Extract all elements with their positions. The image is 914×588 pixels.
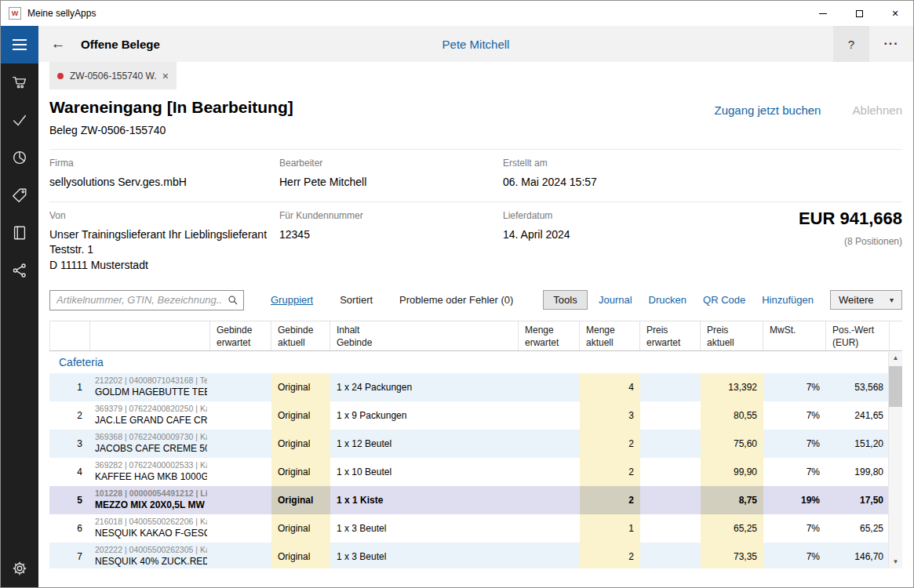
field-value: sellysolutions Serv.ges.mbH: [49, 175, 279, 191]
field-value: 12345: [279, 227, 503, 243]
sidebar-item-statistics[interactable]: [1, 139, 38, 176]
mwst-cell: 7%: [763, 458, 826, 486]
search-icon[interactable]: [227, 294, 239, 309]
sidebar-item-prices[interactable]: [1, 176, 38, 214]
table-row[interactable]: 7202222 | 04005500262305 | Kak...NESQUIK…: [49, 543, 890, 568]
table-body: Cafeteria1212202 | 04008071043168 | Tee …: [49, 351, 902, 568]
article-meta: 101228 | 00000054491212 | Lim...: [95, 488, 207, 499]
article-cell: 369379 | 07622400820250 | Kaff...JAC.LE …: [90, 401, 210, 430]
preis-aktuell-cell[interactable]: 13,392: [701, 373, 763, 401]
field-label: Bearbeiter: [279, 158, 503, 169]
help-button[interactable]: ?: [833, 26, 869, 62]
gebinde-aktuell-cell[interactable]: Original: [271, 373, 330, 401]
book-now-link[interactable]: Zugang jetzt buchen: [714, 103, 821, 117]
table-row[interactable]: 5101228 | 00000054491212 | Lim...MEZZO M…: [49, 486, 890, 514]
row-number: 1: [49, 373, 90, 401]
scroll-up-button[interactable]: ▲: [889, 352, 902, 365]
article-name: KAFFEE HAG MKB 1000G: [95, 470, 207, 483]
menge-aktuell-cell[interactable]: 2: [580, 430, 640, 458]
column-header: [49, 321, 90, 350]
reject-link[interactable]: Ablehnen: [853, 103, 902, 117]
pos-wert-cell: 53,568: [826, 373, 890, 401]
row-number: 3: [49, 430, 90, 458]
shopping-cart-icon: [11, 74, 28, 91]
document-tab[interactable]: ZW-0506-155740 W... ×: [49, 62, 177, 89]
hinzufuegen-link[interactable]: Hinzufügen: [762, 294, 814, 306]
column-header: Pos.-Wert (EUR): [826, 321, 890, 350]
gebinde-aktuell-cell[interactable]: Original: [271, 430, 330, 458]
column-header: Menge erwartet: [519, 321, 580, 350]
hamburger-icon: [13, 39, 27, 50]
search-box: [49, 290, 244, 310]
sidebar-item-tasks[interactable]: [1, 101, 38, 139]
preis-aktuell-cell[interactable]: 99,90: [701, 458, 763, 486]
hamburger-menu-button[interactable]: [1, 26, 38, 64]
inhalt-gebinde-cell: 1 x 24 Packungen: [330, 373, 519, 401]
search-input[interactable]: [49, 290, 244, 310]
sortiert-link[interactable]: Sortiert: [340, 294, 373, 306]
more-button[interactable]: ···: [869, 26, 913, 62]
row-number: 6: [49, 514, 90, 543]
more-icon: ···: [884, 37, 899, 51]
user-name[interactable]: Pete Mitchell: [38, 38, 913, 51]
gebinde-aktuell-cell[interactable]: Original: [271, 401, 330, 430]
maximize-button[interactable]: [841, 1, 877, 26]
preis-aktuell-cell[interactable]: 75,60: [701, 430, 763, 458]
menge-aktuell-cell[interactable]: 2: [580, 458, 640, 486]
sidebar: [1, 26, 38, 587]
menge-aktuell-cell[interactable]: 1: [580, 514, 640, 543]
gruppiert-link[interactable]: Gruppiert: [271, 294, 313, 306]
scroll-down-button[interactable]: ▼: [889, 556, 902, 568]
preis-aktuell-cell[interactable]: 80,55: [701, 401, 763, 430]
drucken-link[interactable]: Drucken: [649, 294, 686, 306]
preis-aktuell-cell[interactable]: 8,75: [701, 486, 763, 514]
table-row[interactable]: 2369379 | 07622400820250 | Kaff...JAC.LE…: [49, 401, 890, 430]
preis-erwartet-cell: [640, 543, 701, 568]
tools-button[interactable]: Tools: [543, 290, 587, 310]
gebinde-erwartet-cell: [210, 514, 271, 543]
mwst-cell: 19%: [763, 486, 826, 514]
group-header-row[interactable]: Cafeteria: [49, 351, 890, 373]
qr-code-link[interactable]: QR Code: [703, 294, 745, 306]
journal-link[interactable]: Journal: [599, 294, 632, 306]
probleme-fehler-link[interactable]: Probleme oder Fehler (0): [399, 294, 513, 306]
menge-aktuell-cell[interactable]: 2: [580, 543, 640, 568]
gebinde-aktuell-cell[interactable]: Original: [271, 458, 330, 486]
back-button[interactable]: ←: [45, 26, 71, 62]
menge-aktuell-cell[interactable]: 4: [580, 373, 640, 401]
menge-aktuell-cell[interactable]: 2: [580, 486, 640, 514]
tab-close-button[interactable]: ×: [162, 70, 169, 82]
sidebar-item-shop[interactable]: [1, 64, 38, 101]
gebinde-aktuell-cell[interactable]: Original: [271, 543, 330, 568]
app-window: W Meine sellyApps ✕: [0, 0, 914, 588]
menge-aktuell-cell[interactable]: 3: [580, 401, 640, 430]
vertical-scrollbar[interactable]: ▲ ▼: [888, 352, 902, 568]
table-row[interactable]: 4369282 | 07622400002533 | Kaff...KAFFEE…: [49, 458, 890, 486]
preis-aktuell-cell[interactable]: 65,25: [701, 514, 763, 543]
gebinde-aktuell-cell[interactable]: Original: [271, 486, 330, 514]
sidebar-item-journal[interactable]: [1, 214, 38, 252]
table-row[interactable]: 3369368 | 07622400009730 | Kaff...JACOBS…: [49, 430, 890, 458]
pie-chart-icon: [11, 149, 28, 166]
table-row[interactable]: 6216018 | 04005500262206 | Kak...NESQUIK…: [49, 514, 890, 543]
weitere-dropdown-button[interactable]: Weitere ▾: [830, 290, 902, 310]
sidebar-item-share[interactable]: [1, 252, 38, 289]
app-badge: W: [12, 9, 19, 17]
window-controls: ✕: [805, 1, 913, 26]
gebinde-erwartet-cell: [210, 543, 271, 568]
close-button[interactable]: ✕: [877, 1, 913, 26]
pos-wert-cell: 65,25: [826, 514, 890, 543]
sidebar-item-settings[interactable]: [1, 550, 38, 587]
document-area: Wareneingang [In Bearbeitung] Zugang jet…: [38, 89, 913, 587]
minimize-button[interactable]: [805, 1, 841, 26]
field-label: Von: [49, 210, 279, 221]
gebinde-erwartet-cell: [210, 373, 271, 401]
gebinde-aktuell-cell[interactable]: Original: [271, 514, 330, 543]
scrollbar-thumb[interactable]: [889, 366, 902, 407]
row-number: 4: [49, 458, 90, 486]
article-cell: 101228 | 00000054491212 | Lim...MEZZO MI…: [90, 486, 210, 514]
menge-erwartet-cell: [519, 543, 580, 568]
field-erstellt-am: Erstellt am 06. Mai 2024 15:57: [503, 158, 902, 191]
preis-aktuell-cell[interactable]: 73,35: [701, 543, 763, 568]
table-row[interactable]: 1212202 | 04008071043168 | Tee |...GOLDM…: [49, 373, 890, 401]
